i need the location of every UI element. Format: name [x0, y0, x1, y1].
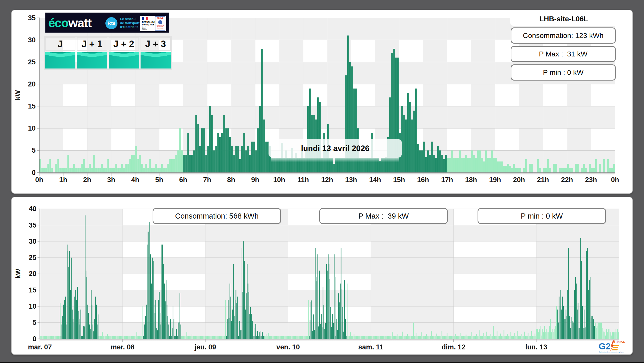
svg-text:FRANCE: FRANCE — [614, 340, 625, 343]
svg-text:10h: 10h — [273, 176, 285, 184]
svg-text:13h: 13h — [345, 176, 357, 184]
svg-text:20: 20 — [29, 270, 36, 278]
svg-text:25: 25 — [28, 58, 36, 66]
svg-text:4h: 4h — [131, 176, 139, 184]
svg-text:3h: 3h — [107, 176, 115, 184]
svg-text:kW: kW — [14, 269, 22, 279]
svg-text:12h: 12h — [321, 176, 333, 184]
svg-text:30: 30 — [29, 238, 36, 245]
svg-text:mar. 07: mar. 07 — [28, 343, 52, 351]
svg-text:23h: 23h — [585, 176, 597, 184]
svg-text:kW: kW — [14, 90, 22, 100]
svg-text:20: 20 — [28, 80, 36, 88]
svg-text:17h: 17h — [441, 176, 453, 184]
svg-text:1h: 1h — [59, 176, 67, 184]
svg-text:9h: 9h — [251, 176, 259, 184]
svg-text:6h: 6h — [179, 176, 187, 184]
svg-text:G2: G2 — [599, 341, 611, 351]
svg-text:10: 10 — [28, 124, 36, 132]
svg-text:0: 0 — [33, 335, 36, 343]
svg-text:15h: 15h — [393, 176, 405, 184]
svg-text:15: 15 — [28, 102, 36, 110]
svg-text:11h: 11h — [297, 176, 309, 184]
svg-text:19h: 19h — [489, 176, 501, 184]
svg-text:dim. 12: dim. 12 — [442, 343, 465, 351]
svg-text:0h: 0h — [35, 176, 43, 184]
svg-text:18h: 18h — [465, 176, 477, 184]
svg-text:ven. 10: ven. 10 — [276, 343, 300, 351]
svg-text:21h: 21h — [537, 176, 549, 184]
svg-text:0: 0 — [32, 169, 36, 176]
svg-text:35: 35 — [29, 221, 36, 229]
svg-text:15: 15 — [29, 286, 36, 294]
svg-text:25: 25 — [29, 254, 36, 261]
svg-text:lun. 13: lun. 13 — [525, 343, 547, 351]
svg-text:mer. 08: mer. 08 — [111, 343, 135, 351]
svg-text:2h: 2h — [83, 176, 91, 184]
svg-text:jeu. 09: jeu. 09 — [194, 343, 216, 351]
svg-text:5: 5 — [33, 319, 36, 326]
svg-text:8h: 8h — [227, 176, 235, 184]
svg-text:sam. 11: sam. 11 — [358, 343, 383, 351]
svg-text:7h: 7h — [203, 176, 211, 184]
svg-text:40: 40 — [29, 205, 36, 213]
svg-text:30: 30 — [28, 36, 36, 44]
svg-text:5h: 5h — [155, 176, 163, 184]
svg-text:16h: 16h — [417, 176, 429, 184]
svg-text:10: 10 — [29, 302, 36, 310]
svg-text:20h: 20h — [513, 176, 525, 184]
svg-text:Optimisation des ressources én: Optimisation des ressources énergétiques — [599, 351, 624, 353]
svg-text:0h: 0h — [611, 176, 619, 184]
svg-text:5: 5 — [32, 146, 36, 154]
svg-text:14h: 14h — [369, 176, 381, 184]
svg-text:35: 35 — [28, 14, 36, 22]
svg-text:22h: 22h — [561, 176, 573, 184]
